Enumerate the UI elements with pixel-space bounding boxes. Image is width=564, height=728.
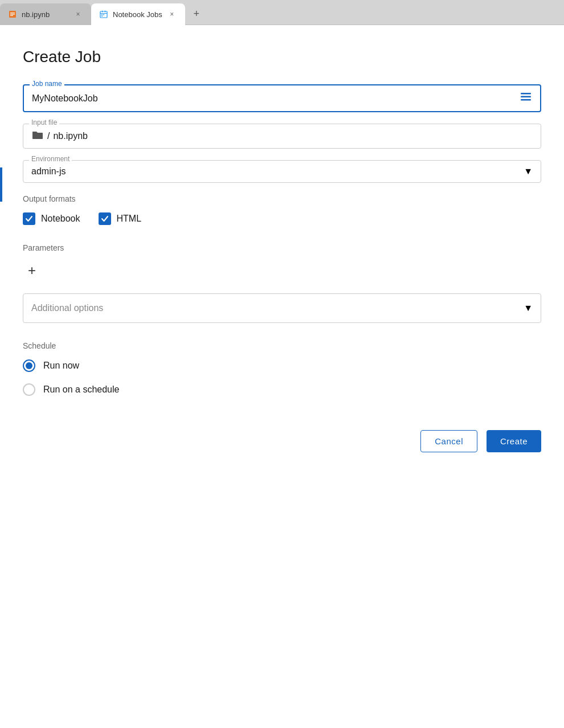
new-tab-button[interactable]: + xyxy=(187,5,206,23)
job-name-input[interactable] xyxy=(32,93,520,104)
html-checkbox[interactable] xyxy=(99,212,111,225)
add-parameter-button[interactable]: + xyxy=(23,261,41,280)
run-now-radio-outer[interactable] xyxy=(23,359,35,372)
schedule-section: Schedule Run now Run on a schedule xyxy=(23,341,541,396)
svg-rect-3 xyxy=(10,15,13,16)
environment-field[interactable]: Environment admin-js ▼ xyxy=(23,160,541,183)
run-schedule-radio-outer[interactable] xyxy=(23,383,35,396)
run-schedule-label: Run on a schedule xyxy=(43,385,119,395)
additional-options-chevron-icon: ▼ xyxy=(524,303,533,313)
left-accent xyxy=(0,167,2,202)
tab-jobs-label: Notebook Jobs xyxy=(113,10,162,19)
additional-options-label: Additional options xyxy=(31,303,103,313)
tab-nb-label: nb.ipynb xyxy=(22,10,68,19)
main-content: Create Job Job name Input file xyxy=(0,25,564,728)
svg-rect-11 xyxy=(521,93,531,95)
parameters-section: Parameters + xyxy=(23,243,541,280)
job-name-input-row xyxy=(32,91,532,105)
additional-options-section[interactable]: Additional options ▼ xyxy=(23,293,541,323)
schedule-label: Schedule xyxy=(23,341,541,350)
input-file-value: / nb.ipynb xyxy=(31,130,533,142)
tab-jobs-close[interactable]: × xyxy=(167,9,177,19)
svg-rect-5 xyxy=(102,11,103,13)
output-formats-checkboxes: Notebook HTML xyxy=(23,212,541,225)
svg-rect-10 xyxy=(101,16,103,17)
environment-field-group: Environment admin-js ▼ xyxy=(23,160,541,183)
notebook-checkbox[interactable] xyxy=(23,212,35,225)
job-name-label: Job name xyxy=(30,80,64,88)
calendar-icon xyxy=(99,10,108,19)
svg-rect-1 xyxy=(10,13,15,13)
tab-nb[interactable]: nb.ipynb × xyxy=(0,3,91,25)
parameters-label: Parameters xyxy=(23,243,541,252)
input-file-label: Input file xyxy=(29,118,59,126)
svg-rect-2 xyxy=(10,14,15,14)
create-button[interactable]: Create xyxy=(487,430,541,452)
footer-buttons: Cancel Create xyxy=(23,419,541,452)
svg-rect-12 xyxy=(521,96,531,98)
output-formats-section: Output formats Notebook HTML xyxy=(23,194,541,225)
job-name-field[interactable]: Job name xyxy=(23,84,541,112)
chevron-down-icon: ▼ xyxy=(524,166,533,177)
job-name-field-group: Job name xyxy=(23,84,541,112)
page-title: Create Job xyxy=(23,48,541,66)
notebook-icon xyxy=(8,10,17,19)
input-file-separator: / xyxy=(47,131,50,141)
environment-label: Environment xyxy=(29,155,72,163)
radio-run-schedule[interactable]: Run on a schedule xyxy=(23,383,541,396)
svg-rect-8 xyxy=(101,14,103,15)
browser-chrome: nb.ipynb × Notebook Jobs × + xyxy=(0,0,564,25)
input-file-filename: nb.ipynb xyxy=(53,131,88,141)
run-now-label: Run now xyxy=(43,361,79,371)
notebook-checkbox-label: Notebook xyxy=(41,214,80,224)
svg-rect-9 xyxy=(103,14,104,15)
environment-value: admin-js xyxy=(31,166,66,177)
svg-rect-6 xyxy=(105,11,105,13)
svg-rect-7 xyxy=(100,13,107,14)
bars-icon xyxy=(520,91,532,105)
folder-icon xyxy=(31,130,44,142)
tab-jobs[interactable]: Notebook Jobs × xyxy=(91,3,185,25)
radio-run-now[interactable]: Run now xyxy=(23,359,541,372)
html-checkbox-label: HTML xyxy=(117,214,142,224)
tab-nb-close[interactable]: × xyxy=(73,9,83,19)
output-formats-label: Output formats xyxy=(23,194,541,203)
run-now-radio-inner xyxy=(26,362,32,369)
checkbox-html[interactable]: HTML xyxy=(99,212,142,225)
cancel-button[interactable]: Cancel xyxy=(420,430,477,452)
checkbox-notebook[interactable]: Notebook xyxy=(23,212,80,225)
input-file-field-group: Input file / nb.ipynb xyxy=(23,124,541,149)
environment-select: admin-js ▼ xyxy=(31,166,533,177)
input-file-field[interactable]: Input file / nb.ipynb xyxy=(23,124,541,149)
svg-rect-13 xyxy=(521,99,531,101)
